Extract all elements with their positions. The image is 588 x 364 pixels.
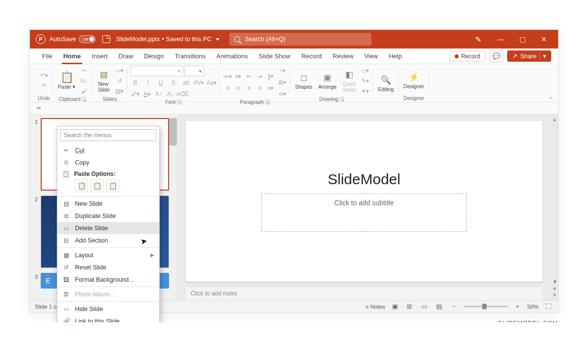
menu-duplicate-slide[interactable]: ⧉Duplicate Slide	[57, 210, 159, 222]
clear-format-button[interactable]: A⌫	[177, 89, 187, 99]
font-color-button[interactable]: A▾	[142, 89, 152, 99]
close-button[interactable]: ✕	[534, 30, 554, 49]
copy-icon[interactable]: ⎘▾	[79, 76, 89, 86]
search-input[interactable]: Search (Alt+Q)	[229, 33, 371, 46]
record-button[interactable]: Record	[449, 51, 486, 62]
format-painter-icon[interactable]: 🖌	[79, 86, 89, 96]
menu-layout[interactable]: ▦Layout▶	[57, 249, 159, 261]
notes-toggle[interactable]: ≡ Notes	[366, 304, 385, 310]
share-button[interactable]: ↗ Share▾	[507, 50, 551, 62]
tab-insert[interactable]: Insert	[86, 49, 113, 64]
zoom-out-button[interactable]: −	[449, 302, 459, 311]
menu-reset-slide[interactable]: ↺Reset Slide	[57, 261, 159, 273]
case-button[interactable]: Aa▾	[207, 78, 217, 88]
cut-icon[interactable]: ✂	[79, 66, 89, 75]
highlight-button[interactable]: 🖉▾	[130, 89, 140, 99]
tab-file[interactable]: File	[37, 49, 58, 64]
menu-link-to-slide[interactable]: 🔗Link to this Slide	[57, 315, 159, 322]
qat-dropdown-icon[interactable]: ⇄	[37, 105, 41, 111]
layout-icon[interactable]: ▭▾	[115, 66, 124, 75]
menu-search-input[interactable]: Search the menus	[60, 129, 156, 141]
tab-animations[interactable]: Animations	[211, 49, 253, 64]
spacing-button[interactable]: AV▾	[194, 78, 204, 88]
paste-option-theme[interactable]: 📋	[75, 179, 88, 192]
strike-button[interactable]: S	[169, 78, 178, 88]
workspace: 1 2 3 E Search the menus ✂Cut ⎘Copy 📋Pas…	[30, 114, 558, 300]
designer-button[interactable]: ⚡Designer	[402, 71, 426, 90]
collapse-ribbon-icon[interactable]: ⌄	[548, 93, 553, 100]
tab-home[interactable]: Home	[58, 49, 86, 64]
zoom-slider[interactable]	[464, 306, 508, 307]
tab-record[interactable]: Record	[296, 49, 327, 64]
tab-view[interactable]: View	[359, 49, 383, 64]
redo-icon[interactable]: ↷	[39, 81, 49, 91]
tab-draw[interactable]: Draw	[113, 49, 139, 64]
undo-icon[interactable]: ↶▾	[39, 71, 49, 80]
maximize-button[interactable]: ▢	[512, 30, 533, 49]
duplicate-icon: ⧉	[62, 212, 70, 220]
zoom-percent[interactable]: 50%	[527, 304, 539, 310]
normal-view-icon[interactable]: ▣	[390, 302, 400, 311]
tab-design[interactable]: Design	[139, 49, 169, 64]
vertical-scrollbar[interactable]: ▲◆▲▼	[551, 114, 558, 300]
grow-font-button[interactable]: A↑	[154, 89, 164, 99]
underline-button[interactable]: U	[156, 78, 166, 88]
menu-delete-slide[interactable]: ▭Delete Slide	[57, 222, 159, 234]
section-icon[interactable]: ▤▾	[115, 86, 124, 96]
tab-review[interactable]: Review	[327, 49, 359, 64]
italic-button[interactable]: I	[143, 78, 153, 88]
menu-format-background[interactable]: 🖼Format Background...	[57, 273, 159, 286]
record-dot-icon	[455, 54, 459, 58]
reset-icon[interactable]: ↺	[115, 76, 124, 86]
reading-view-icon[interactable]: ▭	[419, 302, 429, 311]
slide-title[interactable]: SlideModel	[328, 171, 400, 188]
powerpoint-icon: P	[36, 34, 46, 44]
slide-canvas[interactable]: SlideModel Click to add subtitle	[186, 121, 542, 282]
link-icon: 🔗	[62, 317, 70, 323]
tab-help[interactable]: Help	[383, 49, 407, 64]
watermark: SLIDEMODEL.COM	[498, 320, 558, 322]
shapes-button[interactable]: ◻Shapes	[293, 71, 315, 91]
editing-button[interactable]: 🔍Editing	[376, 73, 395, 93]
dialog-launcher-icon[interactable]	[265, 100, 270, 104]
zoom-in-button[interactable]: +	[513, 302, 522, 311]
menu-copy[interactable]: ⎘Copy	[57, 156, 159, 169]
bold-button[interactable]: B	[130, 78, 140, 88]
layout-icon: ▦	[62, 251, 70, 259]
dialog-launcher-icon[interactable]	[82, 97, 86, 101]
menu-new-slide[interactable]: ▤New Slide	[57, 197, 159, 210]
chevron-right-icon: ▶	[150, 252, 154, 258]
quick-styles-button[interactable]: ◧Quick Styles	[341, 68, 359, 94]
menu-hide-slide[interactable]: ▭Hide Slide	[57, 303, 159, 315]
document-title[interactable]: SlideModel.pptx • Saved to this PC	[116, 36, 219, 43]
shadow-button[interactable]: ab	[181, 78, 191, 88]
tab-transitions[interactable]: Transitions	[169, 49, 211, 64]
arrange-button[interactable]: ▣Arrange	[317, 71, 339, 91]
paste-option-text[interactable]: 📋	[106, 179, 119, 192]
slide-subtitle-placeholder[interactable]: Click to add subtitle	[261, 194, 467, 232]
autosave-toggle[interactable]: AutoSave Off	[49, 35, 96, 43]
dialog-launcher-icon[interactable]	[177, 100, 181, 104]
notes-pane[interactable]: Click to add notes	[186, 287, 542, 300]
slideshow-view-icon[interactable]: ▤	[434, 302, 444, 311]
minimize-button[interactable]: ―	[490, 30, 511, 49]
fit-slide-icon[interactable]: ⛶	[543, 302, 553, 311]
size-combo[interactable]: ▾	[184, 66, 204, 76]
toggle-switch[interactable]: Off	[79, 35, 96, 43]
comments-button[interactable]: 💬	[490, 50, 503, 62]
save-icon[interactable]	[102, 35, 110, 43]
group-font: ▾▾ B I U S ab AV▾ Aa▾ 🖉▾ A▾ A↑ A↓	[127, 66, 220, 102]
context-menu: Search the menus ✂Cut ⎘Copy 📋Paste Optio…	[57, 126, 160, 322]
tab-slideshow[interactable]: Slide Show	[253, 49, 296, 64]
slide-canvas-area: SlideModel Click to add subtitle Click t…	[177, 114, 551, 300]
paste-option-source[interactable]: 📋	[91, 179, 103, 192]
menu-cut[interactable]: ✂Cut	[57, 144, 159, 156]
paste-button[interactable]: 📋Paste ▾	[56, 71, 77, 91]
scrollbar-thumb[interactable]	[169, 118, 177, 146]
shrink-font-button[interactable]: A↓	[166, 89, 175, 99]
dialog-launcher-icon[interactable]	[340, 97, 344, 101]
ribbon-mode-icon[interactable]	[469, 30, 490, 49]
new-slide-button[interactable]: ▤New Slide	[95, 68, 113, 94]
sorter-view-icon[interactable]: ⊞	[405, 302, 415, 311]
font-combo[interactable]: ▾	[130, 66, 183, 76]
